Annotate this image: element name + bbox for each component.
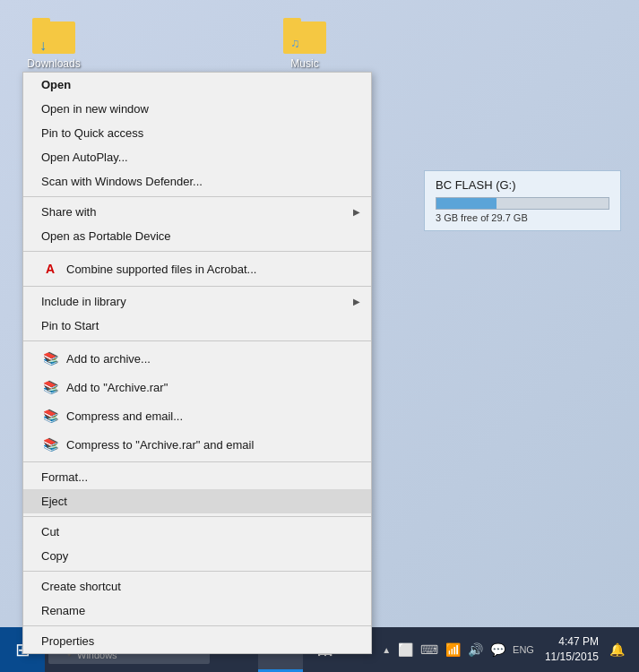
include-library-label: Include in library [41,295,126,308]
rar-icon-1: 📚 [41,349,59,367]
menu-item-compress-rar-email[interactable]: 📚 Compress to "Archive.rar" and email [23,430,371,459]
create-shortcut-label: Create shortcut [41,580,121,593]
format-label: Format... [41,470,88,484]
menu-item-pin-start[interactable]: Pin to Start [23,314,371,338]
separator-6 [23,516,371,517]
menu-item-add-archive[interactable]: 📚 Add to archive... [23,344,371,373]
language-icon[interactable]: ENG [513,644,534,655]
tablet-mode-icon[interactable]: ⬜ [398,642,413,657]
system-tray: ▲ ⬜ ⌨ 📶 🔊 💬 ENG [376,642,540,657]
menu-item-compress-email[interactable]: 📚 Compress and email... [23,401,371,430]
separator-2 [23,251,371,252]
tray-expand-icon[interactable]: ▲ [382,645,391,655]
music-folder-shape: ♫ [283,18,326,54]
clock[interactable]: 4:47 PM 11/15/2015 [545,634,599,665]
menu-item-format[interactable]: Format... [23,465,371,489]
eject-label: Eject [41,495,67,508]
menu-item-share-with[interactable]: Share with ▶ [23,200,371,224]
separator-1 [23,196,371,197]
menu-item-cut[interactable]: Cut [23,520,371,544]
downloads-folder-icon[interactable]: ↓ Downloads [18,18,90,70]
scan-defender-label: Scan with Windows Defender... [41,175,203,188]
include-library-arrow-icon: ▶ [353,297,360,306]
pin-quick-access-label: Pin to Quick access [41,126,143,140]
separator-7 [23,571,371,572]
separator-3 [23,286,371,287]
music-folder-icon[interactable]: ♫ Music [269,18,341,70]
download-arrow-icon: ↓ [39,38,52,52]
open-autoplay-label: Open AutoPlay... [41,151,128,164]
share-with-arrow-icon: ▶ [353,207,360,217]
copy-label: Copy [41,549,68,563]
add-archive-rar-label: Add to "Archive.rar" [66,381,168,394]
notifications-button[interactable]: 🔔 [604,642,630,657]
desktop: ↓ Downloads ♫ Music BC FLASH (G:) 3 GB f… [0,0,639,627]
share-with-label: Share with [41,205,96,219]
music-note-icon: ♫ [290,36,300,50]
open-portable-label: Open as Portable Device [41,229,171,243]
menu-item-pin-quick-access[interactable]: Pin to Quick access [23,121,371,145]
add-archive-label: Add to archive... [66,352,151,366]
menu-item-create-shortcut[interactable]: Create shortcut [23,574,371,599]
rar-icon-3: 📚 [41,407,59,425]
drive-name: BC FLASH (G:) [436,178,609,192]
separator-8 [23,625,371,626]
pin-start-label: Pin to Start [41,319,99,332]
taskbar-right: ▲ ⬜ ⌨ 📶 🔊 💬 ENG 4:47 PM 11/15/2015 🔔 [376,634,639,665]
menu-item-open[interactable]: Open [23,73,371,97]
folder-shape: ↓ [32,18,75,54]
rar-icon-4: 📚 [41,435,59,453]
downloads-label: Downloads [27,57,80,70]
rar-icon-2: 📚 [41,378,59,396]
open-label: Open [41,78,71,91]
compress-rar-email-label: Compress to "Archive.rar" and email [66,438,254,452]
acrobat-icon: A [41,260,59,278]
menu-item-open-autoplay[interactable]: Open AutoPlay... [23,145,371,169]
menu-item-acrobat[interactable]: A Combine supported files in Acrobat... [23,254,371,283]
menu-item-copy[interactable]: Copy [23,544,371,568]
volume-icon[interactable]: 🔊 [468,642,483,657]
rename-label: Rename [41,604,85,617]
menu-item-properties[interactable]: Properties [23,629,371,653]
clock-date: 11/15/2015 [545,650,599,665]
cut-label: Cut [41,525,59,538]
compress-email-label: Compress and email... [66,409,183,423]
drive-bar-fill [436,198,497,209]
message-icon[interactable]: 💬 [490,642,505,657]
open-new-window-label: Open in new window [41,102,149,116]
wifi-icon[interactable]: 📶 [445,642,461,657]
drive-space: 3 GB free of 29.7 GB [436,212,609,223]
drive-card: BC FLASH (G:) 3 GB free of 29.7 GB [424,170,621,231]
menu-item-eject[interactable]: Eject [23,489,371,513]
menu-item-include-library[interactable]: Include in library ▶ [23,289,371,314]
separator-4 [23,340,371,341]
menu-item-add-archive-rar[interactable]: 📚 Add to "Archive.rar" [23,373,371,401]
drive-bar-container [436,197,609,210]
notifications-icon: 🔔 [609,642,625,657]
menu-item-rename[interactable]: Rename [23,599,371,623]
desktop-icons-container: ↓ Downloads ♫ Music [0,0,639,70]
menu-item-open-portable[interactable]: Open as Portable Device [23,224,371,248]
separator-5 [23,461,371,462]
menu-item-open-new-window[interactable]: Open in new window [23,97,371,121]
clock-time: 4:47 PM [545,634,599,650]
keyboard-icon[interactable]: ⌨ [420,642,438,657]
music-label: Music [290,57,318,70]
acrobat-label: Combine supported files in Acrobat... [66,263,256,276]
context-menu: Open Open in new window Pin to Quick acc… [22,72,372,654]
properties-label: Properties [41,634,94,648]
menu-item-scan-defender[interactable]: Scan with Windows Defender... [23,169,371,194]
